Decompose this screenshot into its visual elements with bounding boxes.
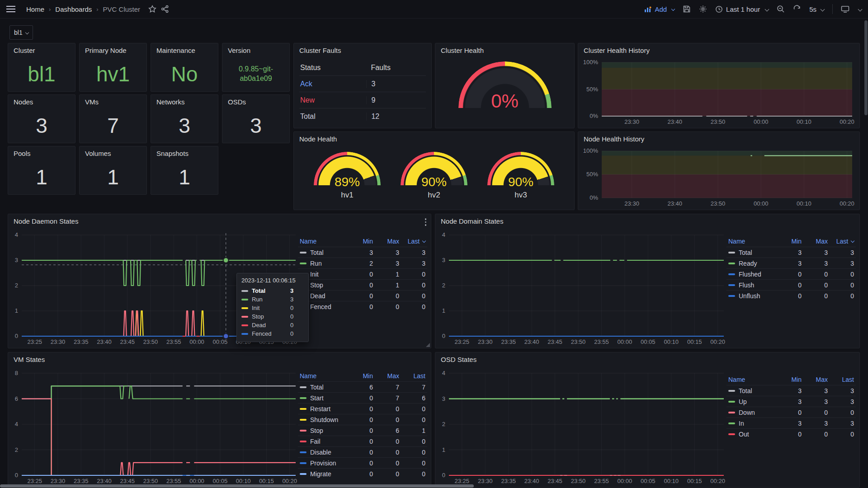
panel-node-daemon-states: Node Daemon States 0123423:2523:3023:352… (8, 214, 431, 348)
svg-text:23:40: 23:40 (668, 200, 683, 207)
node-health-history-chart[interactable]: 0%50%100%23:3023:4023:5000:0000:1000:20 (581, 146, 857, 208)
breadcrumb-dashboards[interactable]: Dashboards (55, 5, 92, 13)
legend-header[interactable]: NameMinMax Last (298, 236, 427, 247)
legend-row[interactable]: Migrate 000 (298, 468, 427, 479)
svg-text:8: 8 (15, 370, 18, 376)
add-button[interactable]: Add (644, 5, 675, 13)
svg-text:00:10: 00:10 (664, 478, 679, 484)
tooltip-row: Init 0 (241, 304, 304, 312)
refresh-icon[interactable] (793, 5, 801, 13)
svg-text:23:50: 23:50 (571, 338, 586, 345)
cluster-health-history-chart[interactable]: 0%50%100%23:3023:4023:5000:0000:1000:20 (581, 58, 857, 126)
stat-panel-cluster: Cluster bl1 (8, 43, 75, 92)
legend-row[interactable]: Disable 000 (298, 446, 427, 457)
legend-row[interactable]: Shutdown 000 (298, 414, 427, 425)
legend-row[interactable]: Dead 000 (298, 290, 427, 301)
legend-header[interactable]: NameMinMax Last (726, 236, 856, 247)
menu-icon[interactable] (6, 6, 15, 12)
node-health-gauge-hv1: 89% hv1 (314, 152, 381, 200)
tooltip-row: Run 3 (241, 295, 304, 304)
save-dashboard-icon[interactable] (683, 5, 691, 13)
legend-row[interactable]: Unflush 000 (726, 290, 856, 301)
tooltip-row: Stop 0 (241, 312, 304, 321)
svg-text:23:30: 23:30 (51, 338, 66, 345)
svg-text:3: 3 (442, 257, 445, 263)
svg-text:0%: 0% (590, 194, 598, 201)
breadcrumb-home[interactable]: Home (26, 5, 44, 13)
osd-states-legend[interactable]: NameMinMax Last Total 333 Up 333 Down 00… (726, 374, 856, 439)
svg-text:2: 2 (15, 446, 18, 453)
legend-row[interactable]: In 333 (726, 418, 856, 428)
panel-menu-icon[interactable] (425, 218, 427, 226)
grafana-dashboard: Home › Dashboards › PVC Cluster Add (0, 0, 868, 488)
legend-row[interactable]: Total 333 (726, 247, 856, 258)
svg-text:6: 6 (15, 395, 18, 402)
svg-text:00:00: 00:00 (618, 478, 632, 484)
legend-row[interactable]: Out 000 (726, 428, 856, 439)
chevron-down-icon[interactable] (858, 7, 863, 11)
legend-row[interactable]: Stop 061 (298, 425, 427, 436)
svg-text:23:45: 23:45 (120, 338, 135, 345)
svg-text:1: 1 (442, 307, 445, 314)
legend-row[interactable]: Ready 333 (726, 258, 856, 268)
legend-row[interactable]: Total 677 (298, 381, 427, 392)
tv-mode-icon[interactable] (841, 5, 849, 13)
chart-tooltip: 2023-12-11 00:06:15 Total 3 Run 3 Init 0… (236, 273, 309, 342)
svg-text:23:55: 23:55 (166, 338, 181, 345)
legend-row[interactable]: Init 010 (298, 268, 427, 279)
legend-header[interactable]: NameMinMax Last (726, 374, 856, 385)
zoom-out-icon[interactable] (777, 5, 785, 13)
panel-node-health: Node Health 89% hv1 90% hv2 90% (293, 131, 575, 210)
legend-row[interactable]: Fenced 000 (298, 301, 427, 312)
vm-states-legend[interactable]: NameMinMax Last Total 677 Start 076 Rest… (298, 371, 427, 479)
time-range-picker[interactable]: Last 1 hour (715, 5, 769, 13)
osd-states-chart[interactable]: 0123423:2523:3023:3523:4023:4523:5023:55… (437, 369, 728, 485)
legend-row[interactable]: Fail 000 (298, 436, 427, 446)
svg-text:23:35: 23:35 (74, 478, 89, 484)
breadcrumb-separator: › (96, 6, 98, 13)
gauge-label: hv3 (514, 191, 527, 200)
legend-row[interactable]: Stop 010 (298, 279, 427, 290)
stat-value: 3 (151, 112, 218, 139)
svg-text:00:00: 00:00 (189, 478, 204, 484)
legend-row[interactable]: Total 333 (298, 247, 427, 258)
panel-title: Node Health (294, 132, 574, 146)
svg-text:00:20: 00:20 (282, 478, 297, 484)
stat-panel-version: Version 0.9.85~git-ab0a1e09 (222, 43, 290, 92)
legend-row[interactable]: Start 076 (298, 392, 427, 403)
legend-row[interactable]: Flush 000 (726, 279, 856, 290)
node-domain-states-legend[interactable]: NameMinMax Last Total 333 Ready 333 Flus… (726, 236, 856, 301)
horizontal-scrollbar[interactable] (0, 484, 474, 488)
legend-row[interactable]: Run 233 (298, 258, 427, 268)
svg-text:23:45: 23:45 (120, 478, 135, 484)
legend-row[interactable]: Flushed 000 (726, 268, 856, 279)
variable-selector-cluster[interactable]: bl1 (9, 25, 33, 40)
legend-row[interactable]: Total 333 (726, 385, 856, 396)
svg-text:23:25: 23:25 (27, 478, 42, 484)
panel-title: Node Daemon States (8, 214, 431, 229)
legend-row[interactable]: Provision 000 (298, 457, 427, 468)
svg-text:0: 0 (15, 333, 18, 339)
legend-row[interactable]: Up 333 (726, 396, 856, 407)
legend-header[interactable]: NameMinMax Last (298, 371, 427, 381)
vm-states-chart[interactable]: 0246823:2523:3023:3523:4023:4523:5023:55… (10, 369, 300, 485)
node-health-gauge-hv3: 90% hv3 (487, 152, 554, 200)
share-icon[interactable] (161, 5, 169, 13)
legend-row[interactable]: Down 000 (726, 407, 856, 418)
dashboard-settings-icon[interactable] (699, 5, 707, 13)
node-domain-states-chart[interactable]: 0123423:2523:3023:3523:4023:4523:5023:55… (437, 230, 728, 346)
svg-text:2: 2 (442, 282, 445, 289)
svg-text:00:00: 00:00 (189, 338, 204, 345)
panel-title: Maintenance (151, 43, 218, 58)
panel-resize-handle[interactable] (426, 343, 430, 347)
stat-value: bl1 (8, 61, 75, 88)
stat-panel-vms: VMs 7 (79, 94, 147, 143)
legend-row[interactable]: Restart 000 (298, 403, 427, 414)
svg-text:50%: 50% (586, 171, 598, 178)
node-daemon-states-legend[interactable]: NameMinMax Last Total 333 Run 233 Init 0… (298, 236, 427, 312)
star-icon[interactable] (148, 5, 156, 13)
stat-panel-volumes: Volumes 1 (79, 146, 147, 195)
vertical-scrollbar[interactable] (864, 20, 868, 115)
faults-table-header: Status Faults (299, 60, 426, 76)
refresh-interval-select[interactable]: 5s (809, 5, 824, 13)
